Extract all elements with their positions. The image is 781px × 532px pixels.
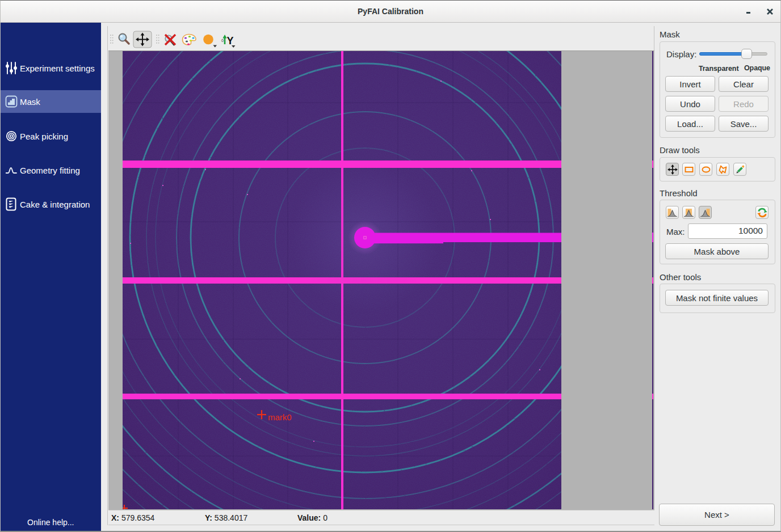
svg-text:Y: Y (227, 35, 234, 47)
svg-text:0: 0 (221, 39, 224, 43)
svg-text:mark0: mark0 (268, 412, 292, 422)
